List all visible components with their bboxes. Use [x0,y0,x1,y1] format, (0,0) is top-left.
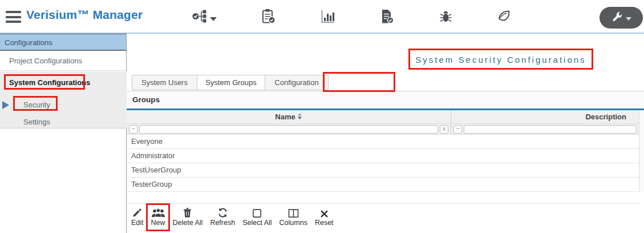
columns-label: Columns [280,219,307,227]
description-filter-cell: ~ [451,124,639,134]
app-title: Verisium™ Manager [26,8,143,22]
delete-all-button[interactable]: Delete All [173,206,203,227]
columns-icon [288,206,299,218]
trash-icon [183,206,192,218]
column-header-name[interactable]: Name [127,110,451,123]
group-description-cell [451,135,639,148]
column-header-name-label: Name [275,113,295,121]
edit-button[interactable]: Edit [131,206,144,227]
checkbox-icon [252,206,262,218]
columns-button[interactable]: Columns [280,206,307,227]
report-check-icon [380,9,394,26]
group-description-cell [451,178,639,191]
edit-label: Edit [131,219,144,227]
wrench-icon [611,11,623,25]
name-filter-clear-button[interactable]: x [440,125,448,134]
menu-icon[interactable] [6,11,21,23]
users-icon [151,206,165,218]
top-bar: Verisium™ Manager [0,0,644,34]
tab-bar: System Users System Groups Configuration [132,75,329,90]
report-check-button[interactable] [374,8,399,26]
clipboard-check-icon [261,9,276,26]
main-content: System Security Configurations System Us… [127,34,644,233]
select-all-button[interactable]: Select All [242,206,272,227]
column-header-description[interactable]: Description [451,110,639,123]
refresh-icon [217,206,228,218]
flow-check-dropdown-button[interactable] [192,8,217,26]
table-row[interactable]: Everyone [127,135,639,149]
description-filter-matchmode-button[interactable]: ~ [453,125,462,134]
select-all-label: Select All [242,219,272,227]
page-title: System Security Configurations [408,49,593,70]
flow-check-icon [192,9,207,25]
pencil-icon [132,206,143,218]
table-row[interactable]: TestUserGroup [127,163,639,178]
delete-all-label: Delete All [173,219,203,227]
groups-panel-header: Groups [127,91,644,109]
group-name-cell: TesterGroup [127,178,451,191]
chevron-down-icon [626,17,631,21]
bar-chart-icon [320,9,335,25]
new-label: New [151,219,165,227]
sidebar-item-project-configurations[interactable]: Project Configurations [0,51,126,71]
verisium-manager-window: Verisium™ Manager [0,0,644,233]
chevron-down-icon [210,17,217,21]
table-filter-row: ~ x ~ [127,124,639,135]
leaf-button[interactable] [491,8,516,26]
table-header-row: Name Description [127,110,639,124]
sort-icon [297,113,302,122]
sidebar: Configurations Project Configurations Sy… [0,34,127,233]
tab-configuration[interactable]: Configuration [265,75,329,90]
refresh-label: Refresh [210,219,235,227]
group-name-cell: TestUserGroup [127,163,451,177]
leaf-icon [496,9,512,25]
clipboard-check-button[interactable] [256,8,281,26]
groups-table: Name Description ~ x ~ [127,110,639,192]
sidebar-header: Configurations [0,34,126,51]
group-name-cell: Everyone [127,135,451,148]
description-filter-input[interactable] [464,125,637,134]
name-filter-matchmode-button[interactable]: ~ [129,125,137,134]
refresh-button[interactable]: Refresh [210,206,235,227]
table-toolbar: Edit New [127,203,639,227]
admin-tools-button[interactable] [600,7,643,29]
selected-arrow-icon [2,101,9,109]
sidebar-item-security-label: Security [23,101,50,109]
bug-icon [439,9,453,25]
group-description-cell [451,163,639,177]
sidebar-item-security[interactable]: Security [0,98,127,113]
group-description-cell [451,149,639,163]
name-filter-input[interactable] [139,125,438,134]
name-filter-cell: ~ x [127,124,451,134]
sidebar-group-system: System Configurations Security Settings [0,71,127,128]
new-button[interactable]: New [151,206,165,227]
sidebar-item-settings[interactable]: Settings [0,115,127,130]
group-name-cell: Administrator [127,149,451,163]
table-row[interactable]: TesterGroup [127,178,639,192]
x-icon [320,206,329,218]
sidebar-item-system-configurations[interactable]: System Configurations [0,75,127,91]
tab-system-users[interactable]: System Users [132,75,197,90]
reset-label: Reset [315,219,334,227]
table-scrollbar-gutter[interactable] [639,110,644,192]
tab-system-groups[interactable]: System Groups [197,75,265,90]
table-row[interactable]: Administrator [127,149,639,163]
reset-button[interactable]: Reset [315,206,334,227]
bar-chart-button[interactable] [315,8,340,26]
bug-button[interactable] [433,8,458,26]
